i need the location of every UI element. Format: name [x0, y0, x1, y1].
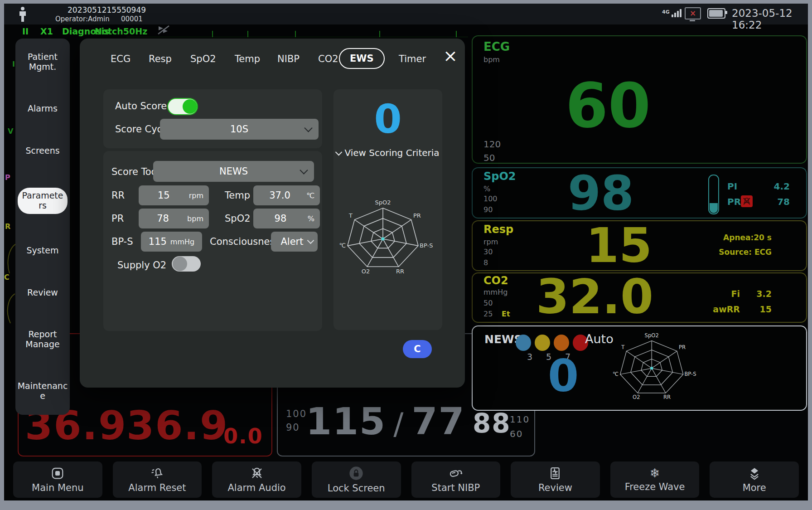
alarm-audio-off-icon	[250, 466, 264, 480]
spo2-limit-low: 90	[483, 206, 493, 214]
ecg-title: ECG	[483, 41, 510, 53]
alarm-audio-button[interactable]: Alarm Audio	[212, 461, 301, 498]
tab-nibp[interactable]: NIBP	[277, 53, 300, 64]
score-tool-label: Score Tool	[111, 166, 160, 177]
temp-input[interactable]: 37.0 ℃	[253, 185, 320, 205]
score-tool-select[interactable]: NEWS	[153, 161, 314, 182]
tab-ews[interactable]: EWS	[339, 48, 385, 69]
resp-apnea-setting: Apnea:20 s	[663, 234, 772, 242]
co2-et-label: Et	[502, 311, 510, 318]
chevron-down-icon	[300, 166, 308, 174]
tab-temp[interactable]: Temp	[235, 53, 260, 64]
patient-icon[interactable]	[18, 6, 28, 23]
pr-input[interactable]: 78 bpm	[139, 209, 209, 228]
spo2-label: SpO2	[225, 213, 251, 224]
ecg-notch-label[interactable]: Notch50Hz	[95, 26, 147, 36]
tab-resp[interactable]: Resp	[149, 53, 172, 64]
review-button[interactable]: Review	[511, 461, 600, 498]
main-menu-button[interactable]: Main Menu	[13, 461, 102, 498]
button-label: More	[743, 482, 766, 493]
alarm-reset-button[interactable]: Alarm Reset	[113, 461, 202, 498]
spo2-input[interactable]: 98 %	[253, 209, 320, 228]
auto-score-toggle[interactable]	[168, 99, 197, 114]
monitor-screen: 2023051215550949 Operator:Admin 00001 4G…	[4, 4, 808, 500]
chevron-down-icon	[307, 237, 314, 244]
sidebar-item-maintenance[interactable]: Maintenance	[17, 381, 68, 401]
auto-score-group: Auto Score Score Cycle 10S	[103, 89, 322, 148]
radar-label-pr: PR	[413, 212, 421, 219]
close-icon[interactable]: ×	[441, 47, 459, 65]
nibp-cuff-icon	[449, 466, 463, 480]
pi-label: PI	[727, 182, 737, 191]
resp-value: 15	[586, 222, 652, 270]
tab-spo2[interactable]: SpO2	[190, 53, 216, 64]
tab-ecg[interactable]: ECG	[111, 53, 130, 64]
auto-score-label: Auto Score	[115, 101, 167, 112]
button-label: Main Menu	[32, 482, 83, 493]
supply-o2-toggle[interactable]	[172, 256, 201, 272]
view-scoring-criteria[interactable]: View Scoring Criteria	[334, 147, 442, 158]
freeze-wave-button[interactable]: ❄ Freeze Wave	[610, 461, 700, 498]
consciousness-select[interactable]: Alert	[271, 232, 318, 252]
spo2-title: SpO2	[483, 171, 516, 182]
more-button[interactable]: More	[710, 461, 799, 498]
ecg-lead-label[interactable]: II	[22, 26, 29, 36]
bottom-toolbar: Main Menu Alarm Reset Alarm Audio	[13, 461, 799, 498]
sidebar-item-report-manage[interactable]: Report Manage	[17, 330, 68, 350]
spo2-value: 98	[253, 213, 308, 224]
news-radar-chart: SpO2 PR BP-S RR O2 ℃ T	[611, 332, 701, 403]
radar-label-spo2: SpO2	[375, 199, 391, 206]
co2-title: CO2	[483, 275, 508, 286]
pr-alarm-off-icon	[741, 195, 753, 207]
rr-input[interactable]: 15 rpm	[139, 185, 209, 205]
pacer-off-icon	[157, 25, 170, 35]
temp-value: 37.0	[253, 190, 306, 201]
wave-label-v: V	[8, 127, 13, 136]
wave-label-resp: R	[5, 222, 10, 231]
sidebar-item-system[interactable]: System	[17, 246, 68, 256]
lock-screen-button[interactable]: Lock Screen	[312, 461, 401, 498]
confirm-button[interactable]: C	[403, 340, 432, 358]
snowflake-icon: ❄	[650, 467, 660, 479]
supply-o2-label: Supply O2	[117, 260, 166, 271]
button-label: Start NIBP	[431, 482, 480, 493]
button-label: Review	[538, 482, 572, 493]
ecg-wave-spike	[295, 31, 296, 37]
co2-limit-high: 50	[483, 300, 493, 307]
resp-source: Source: ECG	[663, 248, 772, 256]
co2-awrr-value: 15	[744, 305, 772, 314]
nibp-sys-value: 115	[306, 403, 386, 440]
news-score-panel[interactable]: NEWS 3 5 7 Auto 0 SpO2 PR BP-S RR O2 ℃ T	[472, 325, 807, 411]
sidebar-item-parameters[interactable]: Parameters	[18, 188, 68, 214]
pr-value: 78	[761, 197, 790, 206]
score-cycle-select[interactable]: 10S	[160, 119, 319, 140]
datetime: 2023-05-12 16:22	[732, 7, 808, 31]
ecg-gain-label[interactable]: X1	[40, 26, 53, 36]
spo2-unit: %	[483, 185, 490, 193]
bps-input[interactable]: 115 mmHg	[141, 232, 202, 252]
tab-co2[interactable]: CO2	[318, 53, 338, 64]
ecg-wave-spike	[456, 31, 457, 37]
top-bar: 2023051215550949 Operator:Admin 00001 4G…	[4, 4, 808, 24]
sidebar-item-alarms[interactable]: Alarms	[17, 104, 68, 114]
rr-value: 15	[139, 190, 189, 201]
spo2-panel[interactable]: SpO2 % 100 90 98 PI 4.2 PR 78	[472, 167, 807, 219]
bps-unit: mmHg	[170, 238, 194, 246]
operator-label: Operator:Admin	[55, 15, 110, 23]
temp-unit: ℃	[306, 191, 320, 200]
radar-label-rr: RR	[663, 394, 671, 400]
resp-panel[interactable]: Resp rpm 30 8 15 Apnea:20 s Source: ECG	[472, 220, 807, 271]
sidebar-item-patient-mgmt[interactable]: Patient Mgmt.	[17, 52, 68, 72]
start-nibp-button[interactable]: Start NIBP	[411, 461, 501, 498]
nibp-map-value: 88	[473, 410, 511, 437]
tab-timer[interactable]: Timer	[399, 53, 426, 64]
radar-label-pr: PR	[679, 344, 686, 350]
wave-label-pleth: P	[5, 173, 10, 182]
co2-panel[interactable]: CO2 mmHg 50 25 Et 32.0 Fi 3.2 awRR 15	[472, 272, 807, 323]
sidebar-item-review[interactable]: Review	[17, 288, 68, 298]
chevron-down-icon	[304, 124, 312, 132]
pr-label: PR	[111, 213, 124, 224]
sidebar-item-screens[interactable]: Screens	[17, 146, 68, 156]
pr-unit: bpm	[187, 214, 209, 223]
ecg-panel[interactable]: ECG bpm 60 120 50	[472, 35, 807, 164]
